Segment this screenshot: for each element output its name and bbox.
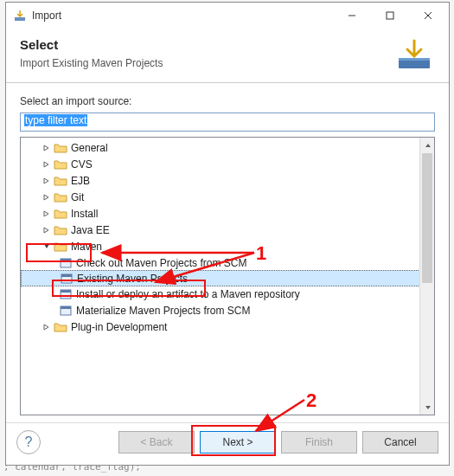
page-subtitle: Import Existing Maven Projects: [20, 57, 387, 69]
tree-item-label: Check out Maven Projects from SCM: [76, 257, 246, 269]
import-dialog: Import Select Import Existing Maven Proj…: [5, 2, 450, 466]
page-title: Select: [20, 37, 387, 52]
tree-item-label: General: [71, 142, 108, 154]
minimize-button[interactable]: [333, 3, 371, 28]
tree-item-label: Materialize Maven Projects from SCM: [76, 305, 250, 317]
folder-icon: [54, 321, 67, 333]
tree-scrollbar[interactable]: [419, 138, 434, 415]
scroll-up-icon[interactable]: [420, 138, 435, 152]
svg-rect-6: [399, 58, 430, 61]
chevron-right-icon: [42, 176, 52, 186]
maximize-button[interactable]: [371, 3, 409, 28]
help-icon: ?: [25, 434, 33, 450]
close-button[interactable]: [409, 3, 447, 28]
chevron-right-icon: [42, 209, 52, 219]
tree-item-install-deploy-artifact[interactable]: Install or deploy an artifact to a Maven…: [21, 286, 434, 302]
cancel-button[interactable]: Cancel: [362, 431, 438, 453]
wizard-banner-icon: [393, 37, 435, 72]
svg-rect-0: [15, 17, 25, 21]
tree-item-plugin-dev[interactable]: Plug-in Development: [21, 318, 434, 335]
folder-icon: [54, 241, 67, 253]
wizard-header: Select Import Existing Maven Projects: [6, 29, 449, 82]
finish-button[interactable]: Finish: [281, 431, 357, 453]
tree-item-materialize-maven-scm[interactable]: Materialize Maven Projects from SCM: [21, 302, 434, 318]
content-area: Select an import source: type filter tex…: [6, 83, 449, 422]
button-bar: ? < Back Next > Finish Cancel: [6, 422, 449, 465]
tree-item-label: Install or deploy an artifact to a Maven…: [76, 288, 300, 300]
wizard-icon: [59, 305, 73, 317]
chevron-right-icon: [42, 322, 52, 332]
wizard-icon: [59, 257, 73, 269]
svg-rect-2: [387, 12, 393, 19]
chevron-right-icon: [42, 143, 52, 153]
chevron-right-icon: [42, 225, 52, 235]
tree-item-git[interactable]: Git: [21, 189, 434, 205]
import-dialog-icon: [13, 9, 27, 23]
svg-rect-14: [61, 306, 71, 309]
tree-item-label: Install: [71, 208, 98, 220]
chevron-right-icon: [42, 192, 52, 203]
tree-item-maven[interactable]: Maven: [21, 238, 434, 254]
tree-item-general[interactable]: General: [21, 139, 434, 156]
help-button[interactable]: ?: [16, 430, 41, 454]
folder-icon: [54, 224, 67, 236]
scroll-thumb[interactable]: [422, 153, 432, 283]
titlebar-title: Import: [32, 10, 333, 22]
tree-item-label: Plug-in Development: [71, 321, 167, 333]
folder-icon: [54, 142, 67, 154]
svg-rect-12: [61, 290, 71, 293]
tree-item-label: Java EE: [71, 224, 110, 236]
folder-icon: [54, 208, 67, 220]
wizard-icon: [60, 273, 74, 285]
tree-item-java-ee[interactable]: Java EE: [21, 222, 434, 238]
tree-item-label: Maven: [71, 241, 102, 253]
chevron-right-icon: [42, 159, 52, 170]
chevron-down-icon: [42, 241, 52, 252]
folder-icon: [54, 175, 67, 187]
tree-item-install[interactable]: Install: [21, 205, 434, 222]
tree-item-existing-maven-projects[interactable]: Existing Maven Projects: [21, 270, 434, 286]
scroll-down-icon[interactable]: [420, 400, 435, 415]
folder-icon: [54, 191, 67, 203]
wizard-icon: [59, 288, 73, 300]
source-label: Select an import source:: [20, 95, 435, 107]
tree-item-label: Existing Maven Projects: [77, 273, 188, 285]
next-button[interactable]: Next >: [200, 431, 276, 453]
tree-item-checkout-maven-scm[interactable]: Check out Maven Projects from SCM: [21, 254, 434, 271]
import-source-tree[interactable]: General CVS EJB Git Install Java EE Mave…: [21, 138, 434, 337]
tree-item-cvs[interactable]: CVS: [21, 156, 434, 172]
svg-rect-10: [61, 274, 72, 277]
tree-item-label: CVS: [71, 158, 93, 170]
tree-item-ejb[interactable]: EJB: [21, 172, 434, 189]
folder-icon: [54, 158, 67, 170]
tree-container: General CVS EJB Git Install Java EE Mave…: [20, 137, 435, 415]
titlebar: Import: [6, 3, 449, 29]
back-button[interactable]: < Back: [118, 431, 195, 453]
filter-input[interactable]: type filter text: [20, 113, 435, 132]
tree-item-label: EJB: [71, 175, 90, 187]
tree-item-label: Git: [71, 191, 84, 203]
svg-rect-8: [61, 259, 71, 261]
